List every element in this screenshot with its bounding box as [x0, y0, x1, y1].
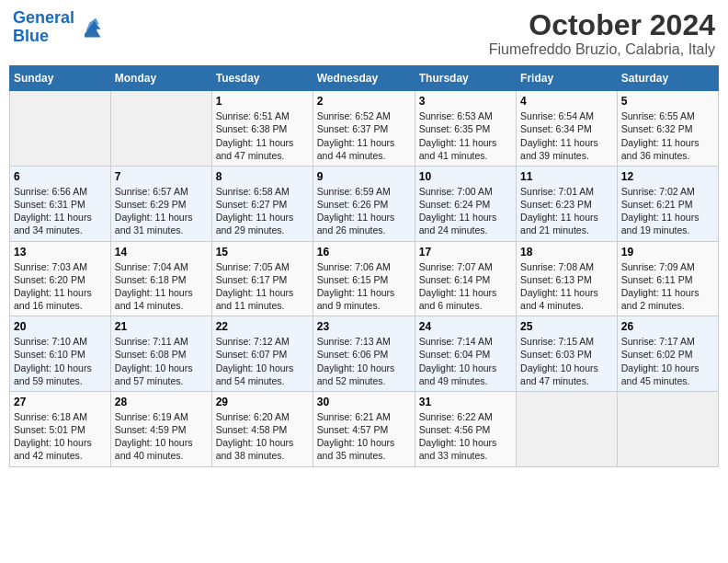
calendar-cell: 5Sunrise: 6:55 AM Sunset: 6:32 PM Daylig…: [617, 91, 718, 167]
day-content: Sunrise: 6:21 AM Sunset: 4:57 PM Dayligh…: [317, 410, 411, 463]
day-content: Sunrise: 6:53 AM Sunset: 6:35 PM Dayligh…: [419, 109, 512, 162]
day-content: Sunrise: 6:20 AM Sunset: 4:58 PM Dayligh…: [216, 410, 309, 463]
week-row-2: 6Sunrise: 6:56 AM Sunset: 6:31 PM Daylig…: [10, 166, 719, 241]
day-number: 10: [419, 170, 512, 183]
calendar-cell: 10Sunrise: 7:00 AM Sunset: 6:24 PM Dayli…: [415, 166, 516, 241]
day-number: 15: [216, 246, 309, 259]
calendar-cell: 13Sunrise: 7:03 AM Sunset: 6:20 PM Dayli…: [10, 241, 111, 316]
day-content: Sunrise: 6:51 AM Sunset: 6:38 PM Dayligh…: [216, 109, 309, 162]
day-content: Sunrise: 6:18 AM Sunset: 5:01 PM Dayligh…: [14, 410, 107, 463]
day-content: Sunrise: 7:07 AM Sunset: 6:14 PM Dayligh…: [419, 260, 512, 313]
day-number: 12: [621, 170, 714, 183]
calendar-cell: [517, 391, 618, 466]
calendar-cell: 21Sunrise: 7:11 AM Sunset: 6:08 PM Dayli…: [110, 316, 211, 392]
day-number: 17: [419, 246, 512, 259]
calendar-cell: 9Sunrise: 6:59 AM Sunset: 6:26 PM Daylig…: [313, 166, 415, 241]
calendar-cell: 16Sunrise: 7:06 AM Sunset: 6:15 PM Dayli…: [313, 241, 415, 316]
calendar-cell: 26Sunrise: 7:17 AM Sunset: 6:02 PM Dayli…: [617, 316, 718, 392]
day-number: 26: [621, 320, 714, 333]
day-content: Sunrise: 7:13 AM Sunset: 6:06 PM Dayligh…: [317, 335, 411, 387]
logo-icon: [78, 15, 104, 40]
day-content: Sunrise: 7:05 AM Sunset: 6:17 PM Dayligh…: [216, 260, 309, 313]
calendar-cell: 29Sunrise: 6:20 AM Sunset: 4:58 PM Dayli…: [211, 391, 313, 466]
day-header-wednesday: Wednesday: [313, 66, 415, 91]
day-content: Sunrise: 6:19 AM Sunset: 4:59 PM Dayligh…: [115, 410, 208, 463]
day-number: 28: [115, 396, 208, 408]
day-number: 23: [317, 320, 411, 333]
day-header-friday: Friday: [517, 66, 618, 91]
day-content: Sunrise: 6:55 AM Sunset: 6:32 PM Dayligh…: [621, 109, 714, 162]
calendar-title: October 2024: [489, 9, 715, 41]
calendar-cell: [617, 391, 718, 466]
day-number: 7: [115, 170, 208, 183]
day-number: 8: [216, 170, 309, 183]
day-content: Sunrise: 7:02 AM Sunset: 6:21 PM Dayligh…: [621, 185, 714, 237]
day-number: 16: [317, 246, 411, 259]
week-row-4: 20Sunrise: 7:10 AM Sunset: 6:10 PM Dayli…: [10, 316, 719, 392]
calendar-cell: 6Sunrise: 6:56 AM Sunset: 6:31 PM Daylig…: [10, 166, 111, 241]
day-header-sunday: Sunday: [10, 66, 111, 91]
calendar-cell: 17Sunrise: 7:07 AM Sunset: 6:14 PM Dayli…: [415, 241, 516, 316]
day-header-thursday: Thursday: [415, 66, 516, 91]
day-content: Sunrise: 7:14 AM Sunset: 6:04 PM Dayligh…: [419, 335, 512, 387]
day-number: 22: [216, 320, 309, 333]
week-row-5: 27Sunrise: 6:18 AM Sunset: 5:01 PM Dayli…: [10, 391, 719, 466]
day-content: Sunrise: 7:12 AM Sunset: 6:07 PM Dayligh…: [216, 335, 309, 387]
calendar-cell: 7Sunrise: 6:57 AM Sunset: 6:29 PM Daylig…: [110, 166, 211, 241]
day-content: Sunrise: 6:52 AM Sunset: 6:37 PM Dayligh…: [317, 109, 411, 162]
calendar-cell: 19Sunrise: 7:09 AM Sunset: 6:11 PM Dayli…: [617, 241, 718, 316]
day-number: 3: [419, 95, 512, 108]
day-number: 20: [14, 320, 107, 333]
day-content: Sunrise: 7:10 AM Sunset: 6:10 PM Dayligh…: [14, 335, 107, 387]
day-content: Sunrise: 6:57 AM Sunset: 6:29 PM Dayligh…: [115, 185, 208, 237]
day-number: 30: [317, 396, 411, 408]
day-number: 18: [520, 246, 613, 259]
day-content: Sunrise: 7:09 AM Sunset: 6:11 PM Dayligh…: [621, 260, 714, 313]
day-content: Sunrise: 6:56 AM Sunset: 6:31 PM Dayligh…: [14, 185, 107, 237]
day-content: Sunrise: 6:54 AM Sunset: 6:34 PM Dayligh…: [520, 109, 613, 162]
calendar-subtitle: Fiumefreddo Bruzio, Calabria, Italy: [489, 41, 715, 58]
calendar-cell: 31Sunrise: 6:22 AM Sunset: 4:56 PM Dayli…: [415, 391, 516, 466]
calendar-cell: 4Sunrise: 6:54 AM Sunset: 6:34 PM Daylig…: [517, 91, 618, 167]
title-block: October 2024 Fiumefreddo Bruzio, Calabri…: [489, 9, 715, 58]
day-content: Sunrise: 7:04 AM Sunset: 6:18 PM Dayligh…: [115, 260, 208, 313]
calendar-cell: 22Sunrise: 7:12 AM Sunset: 6:07 PM Dayli…: [211, 316, 313, 392]
calendar-cell: 14Sunrise: 7:04 AM Sunset: 6:18 PM Dayli…: [110, 241, 211, 316]
calendar-cell: [110, 91, 211, 167]
calendar-cell: 11Sunrise: 7:01 AM Sunset: 6:23 PM Dayli…: [517, 166, 618, 241]
day-number: 31: [419, 396, 512, 408]
calendar-cell: 2Sunrise: 6:52 AM Sunset: 6:37 PM Daylig…: [313, 91, 415, 167]
day-number: 24: [419, 320, 512, 333]
day-number: 27: [14, 396, 107, 408]
calendar-cell: 23Sunrise: 7:13 AM Sunset: 6:06 PM Dayli…: [313, 316, 415, 392]
calendar-cell: [10, 91, 111, 167]
page-header: GeneralBlue October 2024 Fiumefreddo Bru…: [9, 9, 719, 58]
logo: GeneralBlue: [13, 9, 104, 46]
day-number: 2: [317, 95, 411, 108]
week-row-3: 13Sunrise: 7:03 AM Sunset: 6:20 PM Dayli…: [10, 241, 719, 316]
day-content: Sunrise: 7:08 AM Sunset: 6:13 PM Dayligh…: [520, 260, 613, 313]
calendar-cell: 28Sunrise: 6:19 AM Sunset: 4:59 PM Dayli…: [110, 391, 211, 466]
day-content: Sunrise: 7:01 AM Sunset: 6:23 PM Dayligh…: [520, 185, 613, 237]
day-number: 6: [14, 170, 107, 183]
day-header-tuesday: Tuesday: [211, 66, 313, 91]
day-header-monday: Monday: [110, 66, 211, 91]
calendar-body: 1Sunrise: 6:51 AM Sunset: 6:38 PM Daylig…: [10, 91, 719, 466]
day-content: Sunrise: 7:00 AM Sunset: 6:24 PM Dayligh…: [419, 185, 512, 237]
day-content: Sunrise: 6:59 AM Sunset: 6:26 PM Dayligh…: [317, 185, 411, 237]
calendar-cell: 25Sunrise: 7:15 AM Sunset: 6:03 PM Dayli…: [517, 316, 618, 392]
calendar-cell: 15Sunrise: 7:05 AM Sunset: 6:17 PM Dayli…: [211, 241, 313, 316]
calendar-cell: 1Sunrise: 6:51 AM Sunset: 6:38 PM Daylig…: [211, 91, 313, 167]
calendar-cell: 8Sunrise: 6:58 AM Sunset: 6:27 PM Daylig…: [211, 166, 313, 241]
day-content: Sunrise: 6:22 AM Sunset: 4:56 PM Dayligh…: [419, 410, 512, 463]
calendar-cell: 30Sunrise: 6:21 AM Sunset: 4:57 PM Dayli…: [313, 391, 415, 466]
calendar-cell: 18Sunrise: 7:08 AM Sunset: 6:13 PM Dayli…: [517, 241, 618, 316]
day-number: 14: [115, 246, 208, 259]
day-number: 19: [621, 246, 714, 259]
calendar-cell: 3Sunrise: 6:53 AM Sunset: 6:35 PM Daylig…: [415, 91, 516, 167]
day-header-saturday: Saturday: [617, 66, 718, 91]
day-content: Sunrise: 7:17 AM Sunset: 6:02 PM Dayligh…: [621, 335, 714, 387]
header-row: SundayMondayTuesdayWednesdayThursdayFrid…: [10, 66, 719, 91]
calendar-header: SundayMondayTuesdayWednesdayThursdayFrid…: [10, 66, 719, 91]
day-content: Sunrise: 7:15 AM Sunset: 6:03 PM Dayligh…: [520, 335, 613, 387]
